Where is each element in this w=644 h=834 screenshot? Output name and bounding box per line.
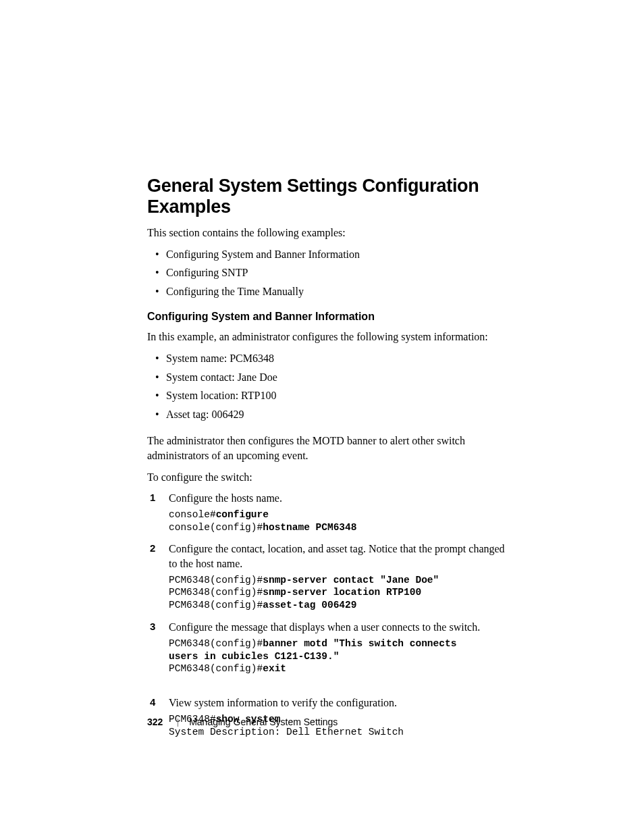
list-item: Configuring SNTP xyxy=(166,265,516,280)
section-heading: Configuring System and Banner Informatio… xyxy=(147,311,516,323)
step-text: Configure the contact, location, and ass… xyxy=(169,543,505,569)
step-item: Configure the contact, location, and ass… xyxy=(147,542,516,612)
step-item: Configure the message that displays when… xyxy=(147,620,516,675)
step-text: Configure the message that displays when… xyxy=(169,621,480,633)
list-item: System contact: Jane Doe xyxy=(166,370,516,385)
code-block: PCM6348(config)#banner motd "This switch… xyxy=(169,637,516,676)
code-bold: snmp-server location RTP100 xyxy=(263,587,421,598)
code-plain: PCM6348(config)# xyxy=(169,575,263,585)
code-bold: configure xyxy=(216,509,269,520)
code-plain: PCM6348(config)# xyxy=(169,587,263,598)
code-bold: hostname PCM6348 xyxy=(263,522,356,533)
step-item: Configure the hosts name. console#config… xyxy=(147,491,516,533)
code-block: console#configure console(config)#hostna… xyxy=(169,509,516,534)
page-footer: 322 Managing General System Settings xyxy=(147,716,338,727)
body-text: The administrator then configures the MO… xyxy=(147,434,516,463)
steps-list: Configure the hosts name. console#config… xyxy=(147,491,516,738)
code-block: PCM6348(config)#snmp-server contact "Jan… xyxy=(169,574,516,613)
list-item: Configuring the Time Manually xyxy=(166,284,516,299)
list-item: System name: PCM6348 xyxy=(166,351,516,366)
list-item: System location: RTP100 xyxy=(166,388,516,403)
code-bold: asset-tag 006429 xyxy=(263,600,356,610)
intro-text: This section contains the following exam… xyxy=(147,226,516,240)
code-plain: PCM6348(config)# xyxy=(169,600,263,610)
code-plain: console(config)# xyxy=(169,522,263,533)
code-bold: banner motd "This switch connects xyxy=(263,638,456,649)
info-list: System name: PCM6348 System contact: Jan… xyxy=(147,351,516,421)
toc-list: Configuring System and Banner Informatio… xyxy=(147,247,516,299)
code-bold: snmp-server contact "Jane Doe" xyxy=(263,575,439,585)
body-text: In this example, an administrator config… xyxy=(147,330,516,344)
code-plain: console# xyxy=(169,509,216,520)
code-plain: System Description: Dell Ethernet Switch xyxy=(169,727,404,737)
step-text: View system information to verify the co… xyxy=(169,697,397,708)
code-plain: PCM6348(config)# xyxy=(169,663,263,674)
footer-separator xyxy=(178,719,178,727)
page-number: 322 xyxy=(147,716,163,727)
code-plain: PCM6348(config)# xyxy=(169,638,263,649)
body-text: To configure the switch: xyxy=(147,470,516,485)
step-text: Configure the hosts name. xyxy=(169,492,282,504)
footer-section: Managing General System Settings xyxy=(189,716,338,727)
code-bold: exit xyxy=(263,663,286,674)
code-bold: users in cubicles C121-C139." xyxy=(169,651,339,662)
list-item: Asset tag: 006429 xyxy=(166,407,516,422)
page-title: General System Settings Configuration Ex… xyxy=(147,176,516,217)
list-item: Configuring System and Banner Informatio… xyxy=(166,247,516,262)
